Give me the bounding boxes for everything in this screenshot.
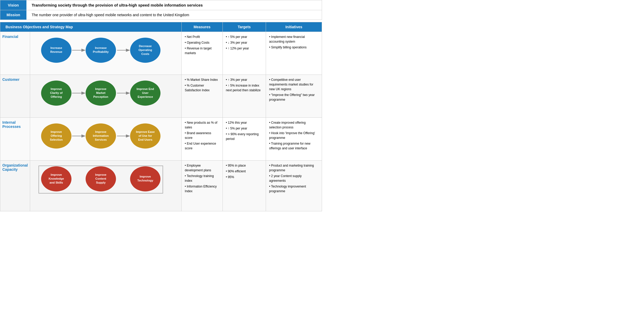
svg-text:Selection: Selection <box>50 138 63 141</box>
svg-text:End Users: End Users <box>138 138 152 141</box>
row-label-3: Organizational Capacity <box>0 161 30 211</box>
row-label-1: Customer <box>0 75 30 118</box>
svg-text:and Skills: and Skills <box>50 181 63 184</box>
table-header-row: Business Objectives and Strategy Map Mea… <box>0 22 322 32</box>
row-financial: FinancialIncreaseRevenueIncreaseProfitab… <box>0 32 322 75</box>
map-header: Business Objectives and Strategy Map <box>0 22 182 32</box>
svg-text:User: User <box>142 91 149 94</box>
svg-text:Offering: Offering <box>51 95 62 98</box>
svg-text:Knowledge: Knowledge <box>49 177 64 180</box>
targets-header: Targets <box>223 22 266 32</box>
svg-text:Clarity of: Clarity of <box>50 91 63 94</box>
mission-row: Mission The number one provider of ultra… <box>0 10 322 20</box>
measures-cell-1: % Market Share Index% Customer Satisfact… <box>181 75 223 118</box>
svg-text:Improve: Improve <box>51 173 62 176</box>
target-item: ↑ 12% per year <box>226 46 263 51</box>
svg-text:Increase: Increase <box>51 46 62 49</box>
row-label-0: Financial <box>0 32 30 75</box>
initiatives-cell-3: Product and marketing training programme… <box>266 161 322 211</box>
svg-text:Improve End: Improve End <box>137 87 154 90</box>
svg-text:Content: Content <box>95 177 106 180</box>
svg-text:Increase: Increase <box>95 46 107 49</box>
targets-cell-1: ↑ 3% per year↑ 5% increase in index next… <box>223 75 266 118</box>
svg-text:Improve: Improve <box>95 87 107 90</box>
svg-text:of Use for: of Use for <box>139 134 152 137</box>
row-organizational-capacity: Organizational CapacityImproveKnowledgea… <box>0 161 322 211</box>
measure-item: New products as % of sales <box>185 120 219 130</box>
vision-label: Vision <box>0 0 26 10</box>
initiative-item: 2 year Content supply agreements <box>269 174 319 183</box>
initiative-item: Technology improvement programme <box>269 184 319 194</box>
svg-text:Improve: Improve <box>140 175 151 178</box>
measure-item: Revenue in target markets <box>185 46 219 55</box>
target-item: > 90% every reporting period <box>226 132 263 141</box>
svg-text:Costs: Costs <box>141 52 149 55</box>
initiatives-cell-0: Implement new financial accounting syste… <box>266 32 322 75</box>
initiative-item: Simplify billing operations <box>269 45 319 50</box>
strategy-map-table: Business Objectives and Strategy Map Mea… <box>0 22 322 211</box>
map-diagram-0: IncreaseRevenueIncreaseProfitabilityDecr… <box>30 32 182 75</box>
targets-cell-2: 12% this year↑ 5% per year> 90% every re… <box>223 118 266 161</box>
initiative-item: Create improved offering selection proce… <box>269 120 319 130</box>
map-diagram-1: ImproveClarity ofOfferingImproveMarketPe… <box>30 75 182 118</box>
measure-item: End User experience score <box>185 141 219 151</box>
svg-text:Improve: Improve <box>95 173 107 176</box>
svg-text:Services: Services <box>95 138 107 141</box>
initiative-item: Competitive end user requirements market… <box>269 77 319 92</box>
initiative-item: Training programme for new offerings and… <box>269 141 319 151</box>
mission-text: The number one provider of ultra-high sp… <box>26 10 322 20</box>
svg-text:Experience: Experience <box>138 95 153 98</box>
vision-row: Vision Transforming society through the … <box>0 0 322 10</box>
initiative-item: "Improve the Offering" two year programm… <box>269 93 319 102</box>
target-item: 95% <box>226 175 263 179</box>
svg-text:Market: Market <box>96 91 106 94</box>
initiatives-cell-2: Create improved offering selection proce… <box>266 118 322 161</box>
row-customer: CustomerImproveClarity ofOfferingImprove… <box>0 75 322 118</box>
targets-cell-3: 95% in place90% efficient95% <box>223 161 266 211</box>
svg-text:Offering: Offering <box>51 134 62 137</box>
svg-text:Profitability: Profitability <box>93 50 109 53</box>
map-diagram-3: ImproveKnowledgeand SkillsImproveContent… <box>30 161 182 211</box>
svg-text:Decrease: Decrease <box>139 44 152 48</box>
row-internal-processes: Internal ProcessesImproveOfferingSelecti… <box>0 118 322 161</box>
svg-text:Improve Ease: Improve Ease <box>136 130 155 133</box>
initiative-item: Product and marketing training programme <box>269 163 319 173</box>
svg-text:Revenue: Revenue <box>50 50 62 53</box>
measures-cell-3: Employee development plansTechnology tra… <box>181 161 223 211</box>
measures-header: Measures <box>181 22 223 32</box>
svg-text:Improve: Improve <box>51 87 62 90</box>
vision-text: Transforming society through the provisi… <box>26 0 322 10</box>
svg-text:Technology: Technology <box>137 179 154 182</box>
target-item: ↑ 5% per year <box>226 35 263 39</box>
measure-item: Net Profit <box>185 35 219 39</box>
target-item: 90% efficient <box>226 169 263 174</box>
svg-text:Improve: Improve <box>95 130 107 133</box>
initiatives-cell-1: Competitive end user requirements market… <box>266 75 322 118</box>
target-item: ↓ 3% per year <box>226 40 263 45</box>
mission-label: Mission <box>0 10 26 20</box>
measure-item: Employee development plans <box>185 163 219 173</box>
targets-cell-0: ↑ 5% per year↓ 3% per year↑ 12% per year <box>223 32 266 75</box>
row-label-2: Internal Processes <box>0 118 30 161</box>
target-item: ↑ 5% increase in index next period then … <box>226 83 263 93</box>
svg-text:Perception: Perception <box>93 95 108 98</box>
measure-item: % Market Share Index <box>185 77 219 82</box>
initiatives-header: Initiatives <box>266 22 322 32</box>
measure-item: Operating Costs <box>185 40 219 45</box>
svg-text:Supply: Supply <box>96 181 106 184</box>
svg-text:Improve: Improve <box>51 130 62 133</box>
measures-cell-2: New products as % of salesBrand awarenes… <box>181 118 223 161</box>
svg-text:Information: Information <box>93 134 109 137</box>
target-item: ↑ 3% per year <box>226 77 263 82</box>
initiative-item: Implement new financial accounting syste… <box>269 35 319 44</box>
target-item: ↑ 5% per year <box>226 126 263 131</box>
measures-cell-0: Net ProfitOperating CostsRevenue in targ… <box>181 32 223 75</box>
svg-text:Operating: Operating <box>138 48 152 52</box>
target-item: 95% in place <box>226 163 263 168</box>
measure-item: Brand awareness score <box>185 131 219 140</box>
measure-item: Information Efficiency Index <box>185 184 219 194</box>
measure-item: Technology training index <box>185 174 219 183</box>
map-diagram-2: ImproveOfferingSelectionImproveInformati… <box>30 118 182 161</box>
initiative-item: Hook into 'Improve the Offering' program… <box>269 131 319 140</box>
measure-item: % Customer Satisfaction Index <box>185 83 219 93</box>
